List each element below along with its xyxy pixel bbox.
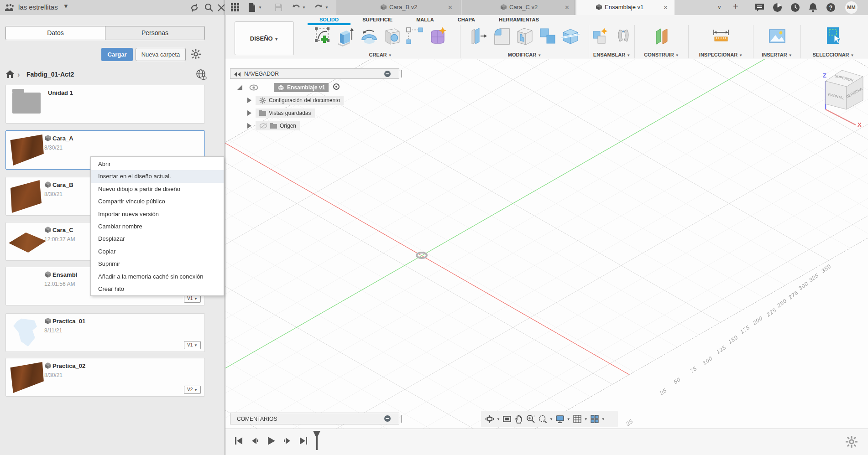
expand-closed-icon[interactable]	[247, 110, 251, 116]
undo-icon[interactable]	[291, 3, 301, 13]
shared-globe-icon[interactable]	[195, 69, 207, 81]
ribbon-tab-malla[interactable]: MALLA	[404, 17, 446, 25]
close-panel-icon[interactable]	[216, 3, 226, 13]
tab-title[interactable]: Cara_B v2	[389, 4, 417, 10]
chevron-down-icon[interactable]: ▼	[584, 417, 588, 421]
close-icon[interactable]: ✕	[565, 4, 570, 11]
ribbon-tab-superficie[interactable]: SUPERFICIE	[350, 17, 404, 25]
skip-to-start-icon[interactable]	[234, 436, 244, 446]
timeline-settings-gear-icon[interactable]	[845, 435, 858, 448]
context-menu-item[interactable]: Cambiar nombre	[91, 220, 224, 233]
view-cube[interactable]: Z X SUPERIOR FRONTAL DERECHA	[816, 67, 868, 127]
expand-open-icon[interactable]	[237, 85, 242, 90]
create-form-icon[interactable]	[428, 26, 448, 47]
tree-row-origin[interactable]: Origen	[225, 121, 408, 131]
refresh-icon[interactable]	[189, 3, 199, 13]
tab-list-chevron-icon[interactable]: ∨	[717, 4, 722, 10]
grid-settings-icon[interactable]	[572, 414, 582, 424]
ribbon-tab-solido[interactable]: SOLIDO	[308, 17, 350, 25]
help-icon[interactable]: ?	[826, 2, 837, 13]
expand-closed-icon[interactable]	[247, 98, 251, 103]
document-settings-node[interactable]: Configuración del documento	[256, 96, 344, 105]
select-icon[interactable]	[823, 26, 843, 47]
new-file-icon[interactable]	[248, 3, 258, 13]
section-dropdown-ensamblar[interactable]: ENSAMBLAR ▼	[589, 52, 634, 57]
step-back-icon[interactable]	[250, 436, 260, 446]
close-icon[interactable]: ✕	[448, 4, 453, 11]
visibility-eye-icon[interactable]	[249, 84, 258, 91]
extrude-icon[interactable]	[336, 26, 356, 47]
section-dropdown-insertar[interactable]: INSERTAR ▼	[753, 52, 800, 57]
activate-component-radio[interactable]	[333, 83, 340, 90]
look-at-icon[interactable]	[502, 414, 512, 424]
home-icon[interactable]	[5, 70, 15, 78]
new-tab-icon[interactable]: +	[733, 1, 738, 12]
split-body-icon[interactable]	[560, 26, 580, 47]
zoom-icon[interactable]: ±	[526, 414, 536, 424]
project-card-folder[interactable]: Unidad 1	[5, 85, 205, 124]
document-tab[interactable]: Cara_B v2 ✕	[336, 0, 460, 15]
chevron-down-icon[interactable]: ▼	[302, 5, 306, 10]
measure-icon[interactable]	[711, 26, 731, 47]
context-menu-item[interactable]: Nuevo dibujo a partir de diseño	[91, 183, 224, 195]
extensions-icon[interactable]	[772, 2, 783, 13]
skip-to-end-icon[interactable]	[298, 436, 309, 446]
user-avatar[interactable]: MM	[845, 1, 858, 14]
origin-node[interactable]: Origen	[256, 121, 300, 130]
notifications-bell-icon[interactable]	[808, 2, 819, 13]
version-badge[interactable]: V1 ▼	[184, 341, 201, 349]
fit-view-icon[interactable]	[538, 414, 548, 424]
collapse-panel-icon[interactable]	[234, 72, 241, 77]
panel-minimize-icon[interactable]	[384, 415, 391, 422]
project-card[interactable]: Practica_02 8/30/21 V2 ▼	[5, 358, 205, 397]
context-menu-item[interactable]: Compartir vínculo público	[91, 195, 224, 207]
section-dropdown-inspeccionar[interactable]: INSPECCIONAR ▼	[689, 52, 753, 57]
step-forward-icon[interactable]	[282, 436, 293, 446]
context-menu-item[interactable]: Suprimir	[91, 258, 224, 270]
ribbon-tab-herramientas[interactable]: HERRAMIENTAS	[487, 17, 551, 25]
shell-icon[interactable]	[515, 26, 535, 47]
viewports-icon[interactable]	[590, 414, 600, 424]
section-dropdown-construir[interactable]: CONSTRUIR ▼	[635, 52, 688, 57]
close-icon[interactable]: ✕	[663, 4, 668, 11]
orbit-icon[interactable]	[485, 414, 495, 424]
project-card[interactable]: Practica_01 8/11/21 V1 ▼	[5, 313, 205, 352]
saved-views-node[interactable]: Vistas guardadas	[256, 109, 315, 118]
upload-button[interactable]: Cargar	[101, 48, 133, 61]
create-sketch-icon[interactable]	[314, 26, 334, 47]
chevron-down-icon[interactable]: ▼	[567, 417, 570, 421]
scrollbar-thumb[interactable]	[401, 70, 402, 78]
context-menu-item[interactable]: Abrir	[91, 158, 224, 170]
context-menu-item[interactable]: Insertar en el diseño actual.	[91, 170, 224, 182]
document-tab[interactable]: Cara_C v2 ✕	[462, 0, 575, 15]
new-folder-button[interactable]: Nueva carpeta	[136, 48, 186, 61]
joint-icon[interactable]	[613, 26, 633, 47]
combine-icon[interactable]	[538, 26, 558, 47]
expand-closed-icon[interactable]	[247, 123, 251, 129]
chevron-down-icon[interactable]: ▼	[258, 5, 262, 10]
panel-settings-gear-icon[interactable]	[190, 49, 201, 60]
comments-panel-header[interactable]: COMENTARIOS	[230, 413, 399, 424]
tab-personas[interactable]: Personas	[105, 26, 204, 40]
version-badge[interactable]: V2 ▼	[184, 386, 201, 394]
app-grid-icon[interactable]	[230, 3, 241, 13]
section-dropdown-seleccionar[interactable]: SELECCIONAR ▼	[801, 52, 866, 57]
scrollbar-thumb[interactable]	[401, 415, 402, 423]
chevron-down-icon[interactable]: ▼	[325, 5, 329, 10]
tab-title[interactable]: Cara_C v2	[509, 4, 538, 10]
tab-datos[interactable]: Datos	[6, 26, 105, 40]
hole-icon[interactable]	[382, 26, 402, 47]
chevron-down-icon[interactable]: ▼	[549, 417, 553, 421]
pattern-icon[interactable]	[405, 26, 425, 47]
context-menu-item[interactable]: Desplazar	[91, 233, 224, 245]
context-menu-item[interactable]: Importar nueva versión	[91, 208, 224, 220]
timeline-position-marker[interactable]	[313, 431, 320, 451]
root-node[interactable]: Ensamblaje v1	[274, 83, 329, 92]
tree-row-root[interactable]: Ensamblaje v1	[225, 83, 408, 93]
workspace-name[interactable]: las estrellitas	[18, 3, 58, 11]
context-menu-item[interactable]: Copiar	[91, 245, 224, 258]
display-settings-icon[interactable]	[555, 414, 565, 424]
origin-marker[interactable]	[416, 252, 428, 259]
chevron-down-icon[interactable]: ▼	[601, 417, 605, 421]
chevron-down-icon[interactable]: ▼	[63, 3, 69, 10]
